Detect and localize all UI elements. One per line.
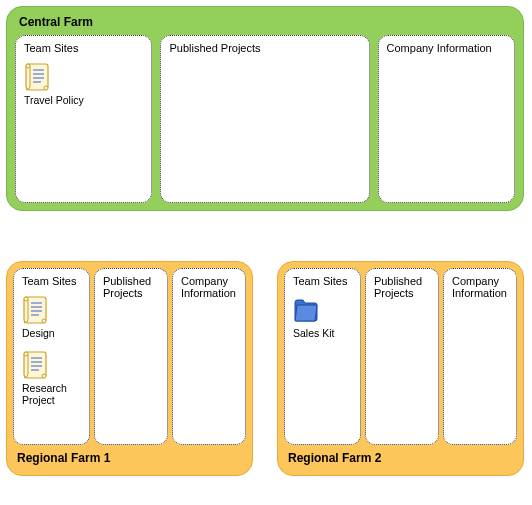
item-design: Design <box>22 295 82 340</box>
box-title: Published Projects <box>169 42 360 54</box>
regional2-published-projects-box: Published Projects <box>365 268 439 445</box>
box-title: Team Sites <box>293 275 352 287</box>
box-title: Company Information <box>452 275 508 299</box>
item-label: Research Project <box>22 382 82 407</box>
item-travel-policy: Travel Policy <box>24 62 84 107</box>
scroll-icon <box>24 62 50 92</box>
item-research-project: Research Project <box>22 350 82 407</box>
central-boxes: Team Sites Travel Policy Published Proje… <box>15 35 515 203</box>
central-farm: Central Farm Team Sites Travel Policy Pu… <box>6 6 524 211</box>
scroll-icon <box>22 350 48 380</box>
regional-farm-1: Team Sites Design Research Project Publi… <box>6 261 253 476</box>
box-title: Team Sites <box>22 275 81 287</box>
central-farm-title: Central Farm <box>15 13 515 35</box>
regional2-company-info-box: Company Information <box>443 268 517 445</box>
regional-farm-2: Team Sites Sales Kit Published Projects … <box>277 261 524 476</box>
box-title: Company Information <box>387 42 506 54</box>
item-sales-kit: Sales Kit <box>293 295 353 340</box>
regional1-title: Regional Farm 1 <box>13 445 246 471</box>
item-label: Travel Policy <box>24 94 84 107</box>
item-label: Sales Kit <box>293 327 334 340</box>
regional2-title: Regional Farm 2 <box>284 445 517 471</box>
regional2-boxes: Team Sites Sales Kit Published Projects … <box>284 268 517 445</box>
regional1-published-projects-box: Published Projects <box>94 268 168 445</box>
regional2-team-sites-box: Team Sites Sales Kit <box>284 268 361 445</box>
box-title: Published Projects <box>374 275 430 299</box>
regional1-boxes: Team Sites Design Research Project Publi… <box>13 268 246 445</box>
box-title: Published Projects <box>103 275 159 299</box>
central-company-info-box: Company Information <box>378 35 515 203</box>
central-team-sites-box: Team Sites Travel Policy <box>15 35 152 203</box>
regional-row: Team Sites Design Research Project Publi… <box>6 261 526 476</box>
central-published-projects-box: Published Projects <box>160 35 369 203</box>
box-title: Team Sites <box>24 42 143 54</box>
regional1-company-info-box: Company Information <box>172 268 246 445</box>
item-label: Design <box>22 327 55 340</box>
folder-icon <box>293 295 319 325</box>
scroll-icon <box>22 295 48 325</box>
box-title: Company Information <box>181 275 237 299</box>
regional1-team-sites-box: Team Sites Design Research Project <box>13 268 90 445</box>
